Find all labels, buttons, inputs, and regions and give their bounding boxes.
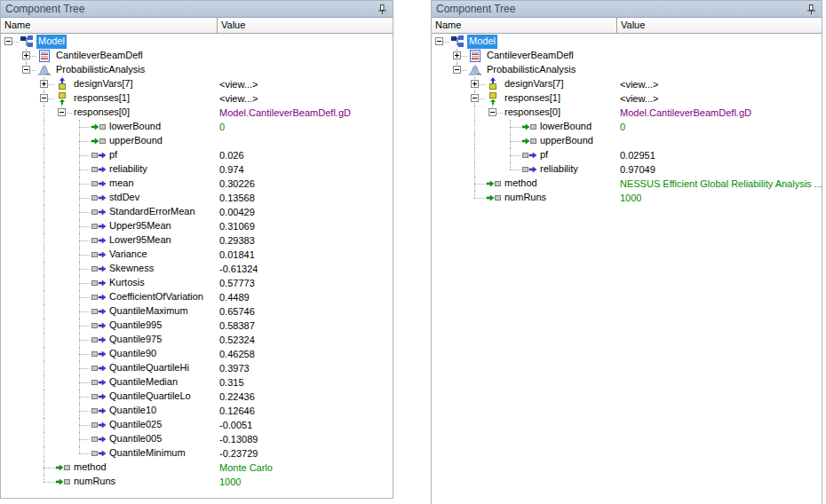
tree-guide: [54, 120, 72, 134]
tree-row[interactable]: numRuns1000: [1, 475, 393, 489]
tree-row[interactable]: ProbabilisticAnalysis: [1, 63, 393, 77]
output-param-icon: [90, 404, 107, 418]
tree-row[interactable]: CoefficientOfVariation0.4489: [1, 290, 393, 304]
tree-row[interactable]: ProbabilisticAnalysis: [432, 63, 822, 77]
tree-guide: [36, 219, 54, 233]
tree-guide: [36, 276, 54, 290]
tree-guide: [1, 49, 19, 63]
tree-guide: [449, 191, 467, 205]
tree-row[interactable]: lowerBound0: [1, 120, 393, 134]
tree-guide: [485, 162, 503, 177]
tree-row[interactable]: responses[1]<view...>: [432, 91, 822, 106]
tree-guide: [19, 191, 36, 205]
node-label: CoefficientOfVariation: [107, 290, 205, 304]
panel-title: Component Tree: [5, 3, 377, 15]
tree-row[interactable]: Kurtosis0.57773: [1, 276, 393, 290]
tree-row[interactable]: Quantile900.46258: [1, 347, 393, 361]
tree-row[interactable]: methodNESSUS Efficient Global Reliabilit…: [432, 177, 822, 191]
tree-guide: [449, 148, 467, 162]
tree-row[interactable]: responses[1]<view...>: [1, 91, 393, 106]
tree-row[interactable]: stdDev0.13568: [1, 191, 393, 205]
tree-branch: [72, 177, 90, 191]
tree-row[interactable]: Model: [1, 35, 393, 49]
column-header-name[interactable]: Name: [1, 18, 218, 33]
tree-row[interactable]: QuantileMedian0.315: [1, 375, 393, 390]
node-label: Upper95Mean: [107, 219, 173, 233]
tree-guide: [1, 375, 19, 390]
tree-row[interactable]: Upper95Mean0.31069: [1, 219, 393, 233]
tree-row[interactable]: Quantile005-0.13089: [1, 432, 393, 446]
expand-toggle[interactable]: [22, 66, 30, 74]
tree-row[interactable]: numRuns1000: [432, 191, 822, 205]
node-label: method: [72, 461, 108, 475]
tree-row[interactable]: responses[0]Model.CantileverBeamDefl.gD: [432, 106, 822, 120]
tree-branch: [72, 248, 90, 262]
expand-toggle[interactable]: [471, 94, 479, 102]
pin-icon[interactable]: [806, 4, 817, 15]
tree-row[interactable]: reliability0.974: [1, 162, 393, 177]
tree-row[interactable]: Quantile9950.58387: [1, 319, 393, 333]
tree-row[interactable]: upperBound: [1, 134, 393, 148]
output-param-icon: [90, 290, 107, 304]
node-value: <view...>: [620, 77, 658, 91]
tree-row[interactable]: mean0.30226: [1, 177, 393, 191]
tree-guide: [36, 361, 54, 375]
tree-row[interactable]: CantileverBeamDefl: [432, 49, 822, 63]
tree-row[interactable]: QuantileQuartileLo0.22436: [1, 390, 393, 404]
output-param-icon: [90, 248, 107, 262]
column-header-value[interactable]: Value: [617, 18, 822, 33]
tree-guide: [19, 404, 36, 418]
output-param-icon: [520, 148, 538, 162]
tree-guide: [485, 148, 503, 162]
expand-toggle[interactable]: [22, 51, 30, 59]
tree-row[interactable]: designVars[7]<view...>: [432, 77, 822, 91]
tree-row[interactable]: Quantile025-0.0051: [1, 418, 393, 432]
expand-toggle[interactable]: [435, 37, 443, 45]
tree-guide: [19, 461, 36, 475]
tree-row[interactable]: QuantileMaximum0.65746: [1, 304, 393, 319]
tree-guide: [1, 77, 19, 91]
tree-row[interactable]: Quantile100.12646: [1, 404, 393, 418]
tree-row[interactable]: lowerBound0: [432, 120, 822, 134]
tree-guide: [54, 191, 72, 205]
tree-row[interactable]: Quantile9750.52324: [1, 333, 393, 347]
node-label: numRuns: [503, 191, 548, 205]
tree-guide: [1, 148, 19, 162]
expand-toggle[interactable]: [40, 94, 48, 102]
expand-toggle[interactable]: [40, 80, 48, 88]
tree-guide: [449, 91, 467, 106]
tree-row[interactable]: Lower95Mean0.29383: [1, 233, 393, 248]
expand-toggle[interactable]: [453, 51, 461, 59]
column-header-name[interactable]: Name: [432, 18, 617, 33]
tree-row[interactable]: upperBound: [432, 134, 822, 148]
tree-row[interactable]: QuantileQuartileHi0.3973: [1, 361, 393, 375]
tree-row[interactable]: responses[0]Model.CantileverBeamDefl.gD: [1, 106, 393, 120]
tree-row[interactable]: CantileverBeamDefl: [1, 49, 393, 63]
input-param-icon: [54, 461, 72, 475]
tree-guide: [467, 106, 485, 120]
tree-row[interactable]: methodMonte Carlo: [1, 461, 393, 475]
tree-guide: [467, 120, 485, 134]
expand-toggle[interactable]: [488, 108, 496, 116]
tree-row[interactable]: reliability0.97049: [432, 162, 822, 177]
tree-row[interactable]: Variance0.01841: [1, 248, 393, 262]
expand-toggle[interactable]: [4, 37, 12, 45]
expand-toggle[interactable]: [471, 80, 479, 88]
tree-row[interactable]: Model: [432, 35, 822, 49]
tree-row[interactable]: Skewness-0.61324: [1, 262, 393, 276]
expand-toggle[interactable]: [453, 66, 461, 74]
pin-icon[interactable]: [377, 4, 388, 15]
tree-row[interactable]: designVars[7]<view...>: [1, 77, 393, 91]
node-label: ProbabilisticAnalysis: [485, 63, 577, 77]
tree-row[interactable]: pf0.026: [1, 148, 393, 162]
output-param-icon: [90, 304, 107, 319]
tree-row[interactable]: StandardErrorMean0.00429: [1, 205, 393, 219]
expand-toggle[interactable]: [58, 108, 66, 116]
output-param-icon: [90, 446, 107, 461]
output-param-icon: [90, 148, 107, 162]
node-value: 0.46258: [219, 347, 255, 361]
tree-guide: [1, 205, 19, 219]
tree-row[interactable]: QuantileMinimum-0.23729: [1, 446, 393, 461]
column-header-value[interactable]: Value: [218, 18, 393, 33]
tree-row[interactable]: pf0.02951: [432, 148, 822, 162]
